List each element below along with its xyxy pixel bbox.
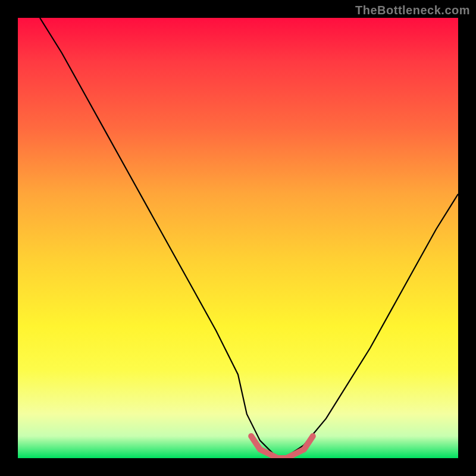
watermark-text: TheBottleneck.com <box>355 4 470 17</box>
plot-area <box>18 18 458 458</box>
bottleneck-curve-path <box>40 18 458 458</box>
optimal-zone-path <box>251 436 313 458</box>
curve-svg <box>18 18 458 458</box>
chart-frame: TheBottleneck.com <box>0 0 476 476</box>
